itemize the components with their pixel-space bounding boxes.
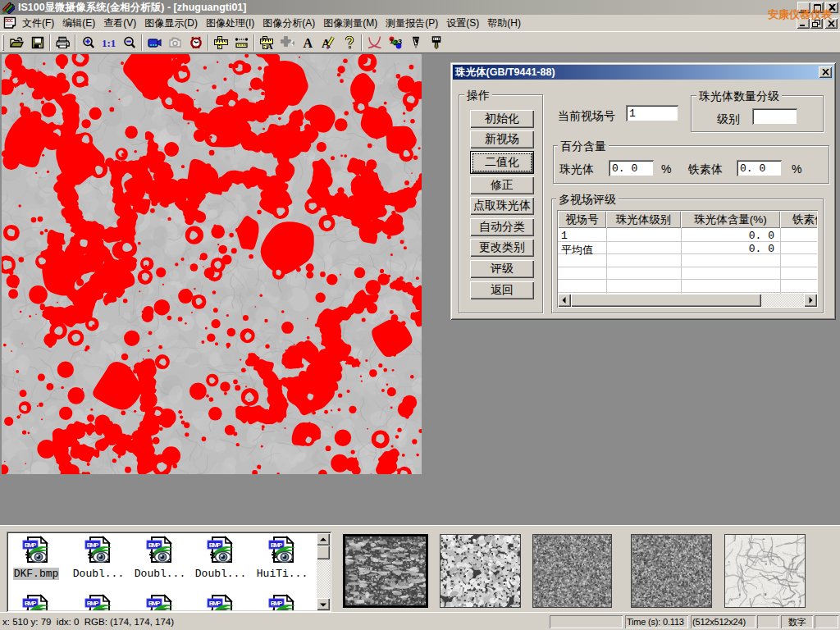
current-field-input[interactable]: 1 xyxy=(626,105,678,121)
table-hscroll-right[interactable] xyxy=(804,294,817,307)
pearlite-dialog: 珠光体(GB/T9441-88) 操作 初始化新视场二值化修正点取珠光体自动分类… xyxy=(450,62,836,320)
classify-balls-button[interactable]: 123 xyxy=(385,33,405,52)
menu-item-9[interactable]: 设置(S) xyxy=(442,15,483,32)
menu-items: 文件(F)编辑(E)查看(V)图像显示(D)图像处理(I)图像分析(A)图像测量… xyxy=(18,15,525,32)
svg-text:BMP: BMP xyxy=(209,541,221,549)
file-name: Doubl... xyxy=(194,568,247,580)
table-grid-line xyxy=(558,267,817,267)
one-to-one-button[interactable]: 1:1 xyxy=(98,33,119,52)
op-button-1[interactable]: 初始化 xyxy=(470,110,534,128)
table-header-1[interactable]: 视场号 xyxy=(558,211,606,228)
rating-table: 视场号珠光体级别珠光体含量(%)铁素体含量(%)10. 0平均值0. 0 xyxy=(557,210,818,308)
zoom-in-button[interactable] xyxy=(78,33,98,52)
file-item[interactable]: BMP HuiTi... xyxy=(252,536,313,580)
menu-item-8[interactable]: 测量报告(P) xyxy=(381,15,442,32)
grade-input[interactable] xyxy=(752,108,797,125)
caliper-icon xyxy=(214,36,228,49)
timer-icon xyxy=(189,36,203,49)
file-item-clipped[interactable]: BMP xyxy=(252,594,313,610)
table-header-2[interactable]: 珠光体级别 xyxy=(606,211,681,228)
caliper-button[interactable] xyxy=(211,33,231,52)
menu-item-1[interactable]: 文件(F) xyxy=(18,15,58,32)
text-button[interactable]: A xyxy=(298,33,318,52)
table-header-4[interactable]: 铁素体含量(%) xyxy=(780,211,817,228)
thumbnail-3[interactable] xyxy=(532,534,612,608)
document-icon: DOC xyxy=(3,16,16,30)
file-item-clipped[interactable]: BMP xyxy=(130,594,190,610)
caliper-text-button[interactable]: A xyxy=(257,33,277,52)
move-icon xyxy=(281,36,294,49)
file-scroll-up[interactable] xyxy=(317,533,330,546)
pen-button[interactable] xyxy=(405,33,426,52)
camera-button[interactable] xyxy=(165,33,185,52)
svg-text:BMP: BMP xyxy=(271,600,283,607)
op-button-5[interactable]: 点取珠光体 xyxy=(470,197,534,215)
move-button[interactable] xyxy=(277,33,298,52)
op-button-4[interactable]: 修正 xyxy=(470,176,534,194)
svg-text:BMP: BMP xyxy=(25,600,37,607)
curve-icon xyxy=(368,36,382,49)
save-button[interactable] xyxy=(27,33,48,52)
dialog-title-bar[interactable]: 珠光体(GB/T9441-88) xyxy=(453,65,833,80)
op-button-7[interactable]: 更改类别 xyxy=(470,239,534,257)
thumbnail-2[interactable] xyxy=(440,534,521,608)
thumbnail-4[interactable] xyxy=(631,534,712,608)
file-item-clipped[interactable]: BMP xyxy=(190,594,251,610)
text-edit-button[interactable]: A xyxy=(318,33,339,52)
help-button[interactable] xyxy=(339,33,359,52)
dialog-close-button[interactable] xyxy=(819,66,832,78)
file-scroll-thumb[interactable] xyxy=(317,546,330,559)
table-header-3[interactable]: 珠光体含量(%) xyxy=(681,211,780,228)
file-item[interactable]: BMP Doubl... xyxy=(190,536,251,580)
status-panel-empty1 xyxy=(550,615,623,628)
metallograph-image[interactable] xyxy=(2,54,422,474)
menu-bar: DOC 文件(F)编辑(E)查看(V)图像显示(D)图像处理(I)图像分析(A)… xyxy=(0,15,840,31)
pen-icon xyxy=(409,36,422,49)
grade-label: 级别 xyxy=(717,112,740,127)
ferrite-percent-sign: % xyxy=(792,162,801,176)
measure-dots-button[interactable] xyxy=(231,33,252,52)
op-button-2[interactable]: 新视场 xyxy=(470,130,534,148)
op-button-9[interactable]: 返回 xyxy=(470,281,534,299)
svg-text:A: A xyxy=(303,36,313,49)
file-scrollbar[interactable] xyxy=(317,533,330,610)
thumbnail-1[interactable] xyxy=(343,534,428,608)
print-button[interactable] xyxy=(52,33,73,52)
menu-item-2[interactable]: 编辑(E) xyxy=(58,15,99,32)
file-item[interactable]: BMP Doubl... xyxy=(68,536,129,580)
video-camera-button[interactable] xyxy=(144,33,165,52)
menu-item-4[interactable]: 图像显示(D) xyxy=(140,15,202,32)
toolbar-separator xyxy=(361,34,363,51)
menu-item-10[interactable]: 帮助(H) xyxy=(483,15,525,32)
brush-button[interactable] xyxy=(426,33,446,52)
table-hscroll-thumb[interactable] xyxy=(571,294,761,307)
menu-item-6[interactable]: 图像分析(A) xyxy=(258,15,319,32)
timer-button[interactable] xyxy=(185,33,206,52)
table-hscroll-left[interactable] xyxy=(558,294,571,307)
file-item[interactable]: BMP DKF.bmp xyxy=(8,536,66,580)
op-button-6[interactable]: 自动分类 xyxy=(470,218,534,236)
ferrite-input[interactable]: 0. 0 xyxy=(737,160,782,176)
toolbar-gripper[interactable] xyxy=(2,34,4,51)
file-item[interactable]: BMP Doubl... xyxy=(130,536,190,580)
thumbnail-5[interactable] xyxy=(724,534,806,608)
table-cell: 1 xyxy=(561,230,568,242)
file-item-clipped[interactable]: BMP xyxy=(68,594,129,610)
file-item-clipped[interactable]: BMP xyxy=(8,594,66,610)
pearlite-input[interactable]: 0. 0 xyxy=(609,160,654,176)
menu-item-7[interactable]: 图像测量(M) xyxy=(319,15,381,32)
window-title: IS100显微摄像系统(金相分析版) - [zhuguangti01] xyxy=(18,1,246,15)
curve-button[interactable] xyxy=(364,33,385,52)
file-list: BMP DKF.bmp BMP BMP Doubl... BMP BMP Dou… xyxy=(8,533,317,610)
table-cell: 0. 0 xyxy=(681,243,774,255)
menu-item-5[interactable]: 图像处理(I) xyxy=(202,15,258,32)
svg-text:BMP: BMP xyxy=(87,541,99,549)
bmp-file-icon: BMP xyxy=(22,536,50,564)
svg-text:BMP: BMP xyxy=(209,600,221,607)
open-button[interactable] xyxy=(7,33,27,52)
op-button-3[interactable]: 二值化 xyxy=(470,151,534,174)
op-button-8[interactable]: 评级 xyxy=(470,260,534,278)
zoom-out-button[interactable] xyxy=(119,33,139,52)
menu-item-3[interactable]: 查看(V) xyxy=(99,15,140,32)
file-scroll-down[interactable] xyxy=(317,598,330,610)
